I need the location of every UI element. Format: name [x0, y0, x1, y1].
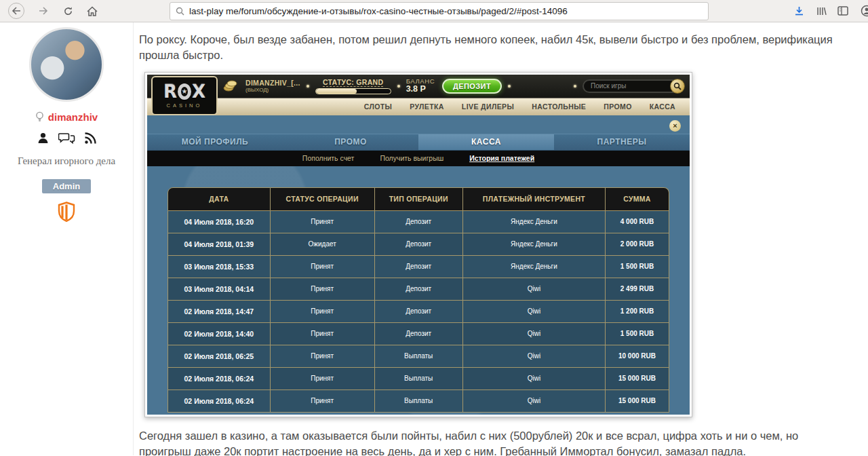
admin-badge: Admin [42, 179, 91, 193]
magnifier-icon [673, 82, 682, 90]
table-cell: Яндекс Деньги [463, 233, 606, 256]
cashier-tab[interactable]: ПАРТНЕРЫ [554, 134, 690, 150]
address-bar[interactable] [170, 2, 709, 20]
table-row: 04 Июля 2018, 16:20ПринятДепозитЯндекс Д… [167, 211, 669, 233]
table-cell: Депозит [375, 301, 463, 323]
table-cell: 10 000 RUB [606, 345, 669, 368]
table-cell: Выплаты [375, 390, 463, 413]
table-cell: Выплаты [375, 368, 463, 390]
table-cell: 1 500 RUB [606, 323, 669, 345]
game-search-input[interactable] [591, 82, 668, 90]
separator-dot [508, 85, 511, 88]
casino-nav-item[interactable]: РУЛЕТКА [401, 102, 453, 111]
back-icon[interactable] [8, 3, 24, 19]
logo-star-icon: ★ [178, 83, 191, 100]
casino-nav: СЛОТЫРУЛЕТКАLIVE ДИЛЕРЫНАСТОЛЬНЫЕПРОМОКА… [147, 98, 690, 115]
game-search-field[interactable] [583, 79, 684, 93]
logo-letter-r: R [163, 83, 177, 100]
status-label[interactable]: СТАТУС: GRAND [323, 78, 383, 87]
post-paragraph-top: По роксу. Короче, был везде забанен, пот… [139, 32, 842, 64]
table-cell: 1 200 RUB [606, 301, 669, 323]
table-cell: 4 000 RUB [606, 211, 669, 233]
logout-link[interactable]: (ВЫХОД) [245, 87, 300, 93]
rss-icon[interactable] [84, 132, 97, 145]
table-row: 02 Июля 2018, 14:40ПринятДепозитQiwi1 50… [167, 323, 669, 345]
table-cell: Qiwi [463, 345, 606, 368]
table-cell: Яндекс Деньги [463, 256, 606, 278]
avatar[interactable] [29, 27, 104, 102]
search-icon [176, 7, 184, 16]
casino-screenshot[interactable]: R ★ X CASINO DIMANZHIV_[... (ВЫХОД) [144, 72, 692, 417]
table-row: 04 Июля 2018, 01:39ОжидаетДепозитЯндекс … [167, 233, 669, 256]
browser-toolbar [0, 0, 868, 22]
game-search-button[interactable] [670, 79, 685, 94]
table-cell: Принят [271, 211, 375, 233]
table-row: 02 Июля 2018, 06:24ПринятВыплатыQiwi15 0… [167, 390, 669, 413]
table-cell: Принят [271, 345, 375, 368]
post-content: По роксу. Короче, был везде забанен, пот… [133, 22, 868, 455]
table-cell: 02 Июля 2018, 06:24 [167, 368, 271, 390]
cashier-subtab[interactable]: История платежей [469, 154, 534, 162]
separator-dot [307, 85, 309, 88]
download-icon[interactable] [791, 3, 807, 19]
cashier-tab[interactable]: ПРОМО [283, 134, 418, 150]
casino-nav-item[interactable]: НАСТОЛЬНЫЕ [523, 102, 595, 111]
user-icon[interactable] [37, 132, 50, 145]
table-cell: Депозит [375, 323, 463, 345]
account-icon[interactable] [859, 3, 868, 19]
post-paragraph-bottom: Сегодня зашел в казино, а там оказываетс… [139, 428, 842, 456]
cashier-tab[interactable]: МОЙ ПРОФИЛЬ [147, 134, 283, 150]
table-cell: Принят [271, 368, 375, 390]
table-cell: Qiwi [463, 301, 606, 323]
home-icon[interactable] [84, 3, 100, 19]
table-cell: Депозит [375, 211, 463, 233]
table-cell: 04 Июля 2018, 01:39 [167, 233, 271, 256]
reader-view-icon[interactable] [835, 3, 851, 19]
table-row: 02 Июля 2018, 06:24ПринятВыплатыQiwi15 0… [167, 368, 669, 390]
status-progressbar [315, 88, 391, 94]
forward-icon[interactable] [35, 3, 52, 19]
author-role: Генерал игорного дела [18, 155, 115, 167]
casino-header: R ★ X CASINO DIMANZHIV_[... (ВЫХОД) [147, 75, 690, 98]
messages-icon[interactable] [58, 132, 75, 145]
payments-table-body: 04 Июля 2018, 16:20ПринятДепозитЯндекс Д… [167, 211, 669, 413]
payments-table: ДАТАСТАТУС ОПЕРАЦИИТИП ОПЕРАЦИИПЛАТЕЖНЫЙ… [167, 187, 669, 413]
table-header-cell: ДАТА [167, 187, 271, 211]
close-icon[interactable]: × [669, 120, 681, 132]
cashier-subtab[interactable]: Пополнить счет [302, 154, 355, 162]
cashier-subtabs: Пополнить счетПолучить выигрышИстория пл… [147, 151, 690, 166]
table-cell: 15 000 RUB [606, 390, 669, 413]
casino-nav-item[interactable]: СЛОТЫ [355, 102, 401, 111]
table-row: 03 Июля 2018, 04:14ПринятДепозитQiwi2 49… [167, 278, 669, 301]
casino-nav-item[interactable]: ПРОМО [595, 102, 641, 111]
url-input[interactable] [189, 6, 703, 16]
table-header-cell: ТИП ОПЕРАЦИИ [375, 187, 463, 211]
table-cell: Принят [271, 301, 375, 323]
casino-username: DIMANZHIV_[... [245, 79, 300, 87]
table-cell: Яндекс Деньги [463, 211, 606, 233]
rox-logo[interactable]: R ★ X CASINO [151, 76, 218, 115]
deposit-button[interactable]: ДЕПОЗИТ [442, 79, 502, 94]
table-cell: Депозит [375, 278, 463, 301]
casino-nav-item[interactable]: КАССА [641, 102, 684, 111]
author-username[interactable]: dimanzhiv [48, 111, 98, 123]
table-cell: Депозит [375, 256, 463, 278]
cashier-tab[interactable]: КАССА [418, 134, 554, 150]
cashier-subtab[interactable]: Получить выигрыш [380, 154, 443, 162]
casino-nav-item[interactable]: LIVE ДИЛЕРЫ [453, 102, 523, 111]
table-cell: 03 Июля 2018, 15:33 [167, 256, 271, 278]
table-cell: Qiwi [463, 390, 606, 413]
separator-dot [397, 85, 400, 88]
cashier-modal: × МОЙ ПРОФИЛЬПРОМОКАССАПАРТНЕРЫ Пополнит… [147, 115, 690, 415]
table-cell: Qiwi [463, 368, 606, 390]
library-icon[interactable] [813, 3, 829, 19]
refresh-icon[interactable] [60, 3, 76, 19]
table-cell: 02 Июля 2018, 06:24 [167, 390, 271, 413]
table-cell: 03 Июля 2018, 04:14 [167, 278, 271, 301]
coins-icon [223, 80, 239, 92]
table-cell: 15 000 RUB [606, 368, 669, 390]
table-row: 03 Июля 2018, 15:33ПринятДепозитЯндекс Д… [167, 256, 669, 278]
table-cell: Qiwi [463, 278, 606, 301]
table-cell: Принят [271, 278, 375, 301]
table-header-cell: СУММА [606, 187, 669, 211]
